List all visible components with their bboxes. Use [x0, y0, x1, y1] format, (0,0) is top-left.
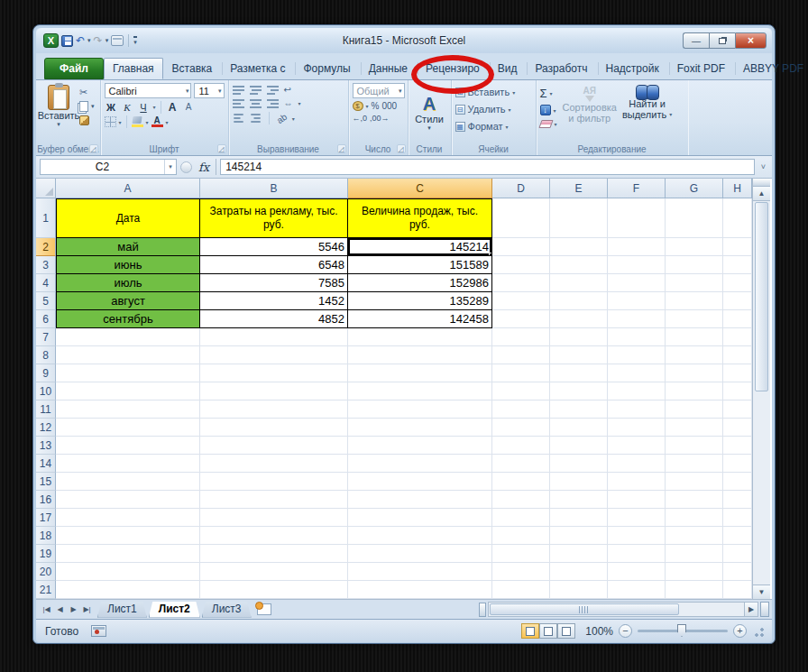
cell-E4[interactable]	[550, 274, 608, 292]
row-header-5[interactable]: 5	[36, 292, 56, 310]
cell-B8[interactable]	[200, 346, 348, 364]
cell-D7[interactable]	[492, 328, 550, 346]
cell-D8[interactable]	[492, 346, 550, 364]
cell-C18[interactable]	[348, 527, 492, 545]
cell-A3[interactable]: июнь	[56, 256, 200, 274]
cell-D3[interactable]	[492, 256, 550, 274]
row-header-18[interactable]: 18	[36, 527, 56, 545]
align-top-icon[interactable]	[233, 86, 244, 95]
font-dialog-launcher[interactable]: ◿	[217, 144, 226, 153]
cell-A19[interactable]	[56, 545, 200, 563]
zoom-slider-thumb[interactable]	[677, 624, 686, 637]
underline-dropdown-icon[interactable]: ▾	[153, 104, 156, 110]
row-header-6[interactable]: 6	[36, 310, 56, 328]
cell-G9[interactable]	[666, 364, 723, 382]
merge-dropdown-icon[interactable]: ▾	[298, 100, 301, 106]
copy-button[interactable]: ▾	[79, 101, 95, 112]
wrap-text-icon[interactable]: ↩	[284, 85, 291, 95]
font-color-icon[interactable]: A	[152, 116, 163, 127]
cell-D10[interactable]	[492, 382, 550, 400]
cell-G13[interactable]	[666, 437, 723, 455]
cell-F10[interactable]	[608, 382, 666, 400]
row-header-19[interactable]: 19	[36, 545, 56, 563]
cell-C21[interactable]	[348, 581, 492, 599]
name-box-dropdown-icon[interactable]: ▾	[164, 160, 176, 174]
row-header-17[interactable]: 17	[36, 509, 56, 527]
comma-style-button[interactable]: 000	[381, 101, 397, 111]
cell-E20[interactable]	[550, 563, 608, 581]
tab-формулы[interactable]: Формулы	[294, 58, 359, 79]
tab-разметка-с[interactable]: Разметка с	[221, 58, 294, 79]
cell-C12[interactable]	[348, 419, 492, 437]
borders-icon[interactable]	[105, 116, 116, 127]
insert-dropdown-icon[interactable]: ▾	[512, 89, 515, 96]
last-sheet-icon[interactable]: ▶|	[81, 605, 93, 613]
cell-F1[interactable]	[608, 198, 666, 238]
undo-icon[interactable]: ↶	[76, 34, 85, 47]
cell-B21[interactable]	[200, 581, 348, 599]
vertical-split-handle[interactable]	[753, 179, 770, 187]
prev-sheet-icon[interactable]: ◀	[54, 605, 66, 613]
orientation-icon[interactable]: ab	[274, 111, 288, 124]
cell-F9[interactable]	[608, 364, 666, 382]
tab-abbyy-pdf[interactable]: ABBYY PDF	[734, 58, 808, 79]
cell-C1[interactable]: Величина продаж, тыс. руб.	[348, 198, 492, 238]
tab-главная[interactable]: Главная	[104, 58, 163, 79]
cell-A12[interactable]	[56, 419, 200, 437]
cell-G8[interactable]	[666, 346, 723, 364]
cell-F14[interactable]	[608, 455, 666, 473]
styles-dropdown-icon[interactable]: ▾	[427, 124, 431, 132]
cell-E9[interactable]	[550, 364, 608, 382]
sheet-tab-лист1[interactable]: Лист1	[97, 602, 147, 618]
scroll-down-icon[interactable]: ▼	[753, 585, 770, 599]
cell-G21[interactable]	[666, 581, 723, 599]
cell-B10[interactable]	[200, 382, 348, 400]
autosum-button[interactable]: Σ▾	[540, 87, 557, 100]
row-header-10[interactable]: 10	[36, 382, 56, 400]
row-header-15[interactable]: 15	[36, 473, 56, 491]
cell-C2[interactable]: 145214	[348, 238, 492, 256]
column-header-F[interactable]: F	[608, 179, 666, 198]
paste-button[interactable]: Вставить ▾	[40, 83, 78, 142]
sheet-tab-лист2[interactable]: Лист2	[149, 602, 200, 618]
format-cells-button[interactable]: ▦ Формат ▾	[455, 118, 532, 134]
cell-C20[interactable]	[348, 563, 492, 581]
cell-F16[interactable]	[608, 491, 666, 509]
merge-center-icon[interactable]: ⇔	[284, 98, 293, 108]
column-header-H[interactable]: H	[723, 179, 752, 198]
cell-E19[interactable]	[550, 545, 608, 563]
cell-B5[interactable]: 1452	[200, 292, 348, 310]
cell-E6[interactable]	[550, 310, 608, 328]
column-header-G[interactable]: G	[666, 179, 723, 198]
cell-E15[interactable]	[550, 473, 608, 491]
cell-A18[interactable]	[56, 527, 200, 545]
scroll-up-icon[interactable]: ▲	[753, 187, 770, 201]
cell-D11[interactable]	[492, 400, 550, 419]
cell-C19[interactable]	[348, 545, 492, 563]
fill-button[interactable]: ↓▾	[540, 105, 557, 115]
cell-G19[interactable]	[666, 545, 723, 563]
cell-C4[interactable]: 152986	[348, 274, 492, 292]
cell-H19[interactable]	[723, 545, 752, 563]
cut-icon[interactable]: ✂	[79, 87, 95, 97]
cell-H7[interactable]	[723, 328, 752, 346]
cell-B3[interactable]: 6548	[200, 256, 348, 274]
align-bottom-icon[interactable]	[267, 86, 279, 95]
fill-dropdown-icon2[interactable]: ▾	[554, 107, 556, 114]
row-header-14[interactable]: 14	[36, 455, 56, 473]
vertical-scrollbar[interactable]: ▲ ▼	[752, 179, 770, 599]
cell-G17[interactable]	[666, 509, 723, 527]
column-header-B[interactable]: B	[200, 179, 348, 198]
cell-H18[interactable]	[723, 527, 752, 545]
macro-record-icon[interactable]	[91, 625, 106, 637]
cell-A20[interactable]	[56, 563, 200, 581]
cell-C15[interactable]	[348, 473, 492, 491]
cell-H2[interactable]	[723, 238, 752, 256]
cell-E10[interactable]	[550, 382, 608, 400]
cell-B1[interactable]: Затраты на рекламу, тыс. руб.	[200, 198, 348, 238]
normal-view-button[interactable]	[521, 623, 539, 639]
underline-button[interactable]: Ч	[137, 100, 151, 114]
cell-A1[interactable]: Дата	[56, 198, 200, 238]
clipboard-dialog-launcher[interactable]: ◿	[89, 144, 98, 153]
align-center-icon[interactable]	[250, 99, 262, 108]
